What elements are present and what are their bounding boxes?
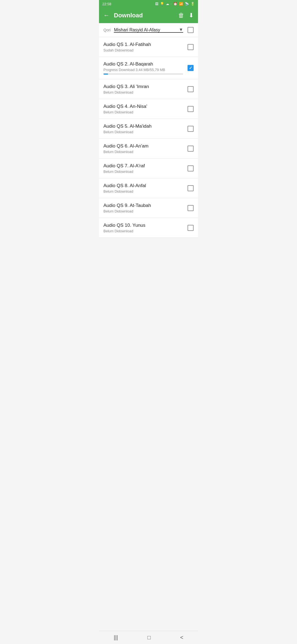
item-title: Audio QS 6. Al-An'am [103, 143, 183, 149]
list-item: Audio QS 7. Al-A'rafBelum Didownload [99, 159, 198, 178]
item-checkbox[interactable] [188, 185, 194, 191]
signal-icon: 📡 [185, 2, 189, 6]
list-item: Audio QS 10. YunusBelum Didownload [99, 218, 198, 238]
qori-checkbox[interactable] [188, 27, 194, 33]
list-item: Audio QS 9. At-TaubahBelum Didownload [99, 198, 198, 218]
back-button[interactable]: ← [103, 12, 109, 19]
item-title: Audio QS 3. Ali 'Imran [103, 84, 183, 89]
item-checkbox[interactable] [188, 44, 194, 50]
list-item: Audio QS 8. Al-AnfalBelum Didownload [99, 178, 198, 198]
qori-label: Qori [103, 28, 111, 32]
item-title: Audio QS 5. Al-Ma'idah [103, 124, 183, 129]
progress-bar-fill [103, 73, 108, 75]
list-item: Audio QS 4. An-Nisa'Belum Didownload [99, 99, 198, 119]
list-item: Audio QS 1. Al-FatihahSudah Didownload [99, 37, 198, 57]
item-subtitle: Sudah Didownload [103, 48, 183, 52]
battery-icon: 🔋 [191, 2, 195, 6]
item-checkbox[interactable] [188, 146, 194, 152]
item-checkbox[interactable] [188, 65, 194, 71]
item-content: Audio QS 9. At-TaubahBelum Didownload [103, 203, 183, 213]
download-icon[interactable]: ⬇ [189, 12, 194, 19]
item-content: Audio QS 10. YunusBelum Didownload [103, 223, 183, 233]
item-content: Audio QS 1. Al-FatihahSudah Didownload [103, 42, 183, 52]
item-content: Audio QS 2. Al-BaqarahProgress Download … [103, 61, 183, 75]
progress-bar-container [103, 73, 183, 75]
content: Qori Mishari Rasyid Al-AfasyAbu Bakr Al-… [99, 23, 198, 238]
status-bar: 22:58 🖼 💡 ☁ · ⏰ 📶 📡 🔋 [99, 0, 198, 8]
item-title: Audio QS 1. Al-Fatihah [103, 42, 183, 47]
item-content: Audio QS 8. Al-AnfalBelum Didownload [103, 183, 183, 193]
page-title: Download [114, 12, 174, 19]
item-content: Audio QS 7. Al-A'rafBelum Didownload [103, 163, 183, 174]
list-item: Audio QS 5. Al-Ma'idahBelum Didownload [99, 119, 198, 139]
item-title: Audio QS 9. At-Taubah [103, 203, 183, 208]
item-content: Audio QS 4. An-Nisa'Belum Didownload [103, 104, 183, 114]
delete-icon[interactable]: 🗑 [178, 12, 184, 19]
item-title: Audio QS 10. Yunus [103, 223, 183, 228]
item-content: Audio QS 3. Ali 'ImranBelum Didownload [103, 84, 183, 94]
item-checkbox[interactable] [188, 165, 194, 171]
qori-row: Qori Mishari Rasyid Al-AfasyAbu Bakr Al-… [99, 23, 198, 37]
item-checkbox[interactable] [188, 106, 194, 112]
item-title: Audio QS 4. An-Nisa' [103, 104, 183, 109]
dot-icon: · [171, 2, 172, 6]
item-subtitle: Belum Didownload [103, 130, 183, 134]
image-icon: 🖼 [155, 2, 158, 6]
item-title: Audio QS 7. Al-A'raf [103, 163, 183, 169]
item-subtitle: Belum Didownload [103, 170, 183, 174]
item-checkbox[interactable] [188, 205, 194, 211]
item-subtitle: Belum Didownload [103, 110, 183, 114]
item-subtitle: Belum Didownload [103, 229, 183, 233]
status-icons: 🖼 💡 ☁ · ⏰ 📶 📡 🔋 [155, 2, 195, 6]
bulb-icon: 💡 [160, 2, 164, 6]
item-checkbox[interactable] [188, 225, 194, 231]
qori-select-wrapper: Mishari Rasyid Al-AfasyAbu Bakr Al-Shatr… [114, 28, 183, 33]
toolbar: ← Download 🗑 ⬇ [99, 8, 198, 23]
list-item: Audio QS 2. Al-BaqarahProgress Download … [99, 57, 198, 79]
item-title: Audio QS 2. Al-Baqarah [103, 61, 183, 67]
item-subtitle: Belum Didownload [103, 90, 183, 94]
item-subtitle: Progress Download 3,44 MB/55,79 MB [103, 68, 183, 72]
qori-select[interactable]: Mishari Rasyid Al-AfasyAbu Bakr Al-Shatr… [114, 28, 183, 32]
list-item: Audio QS 3. Ali 'ImranBelum Didownload [99, 79, 198, 99]
item-subtitle: Belum Didownload [103, 209, 183, 213]
item-checkbox[interactable] [188, 126, 194, 132]
alarm-icon: ⏰ [173, 2, 177, 6]
items-list: Audio QS 1. Al-FatihahSudah DidownloadAu… [99, 37, 198, 238]
item-content: Audio QS 6. Al-An'amBelum Didownload [103, 143, 183, 154]
list-item: Audio QS 6. Al-An'amBelum Didownload [99, 139, 198, 159]
item-title: Audio QS 8. Al-Anfal [103, 183, 183, 189]
status-time: 22:58 [102, 2, 111, 6]
wifi-icon: 📶 [179, 2, 183, 6]
toolbar-actions: 🗑 ⬇ [178, 12, 194, 19]
item-subtitle: Belum Didownload [103, 150, 183, 154]
item-subtitle: Belum Didownload [103, 189, 183, 193]
item-checkbox[interactable] [188, 86, 194, 92]
cloud-icon: ☁ [166, 2, 169, 6]
item-content: Audio QS 5. Al-Ma'idahBelum Didownload [103, 124, 183, 134]
